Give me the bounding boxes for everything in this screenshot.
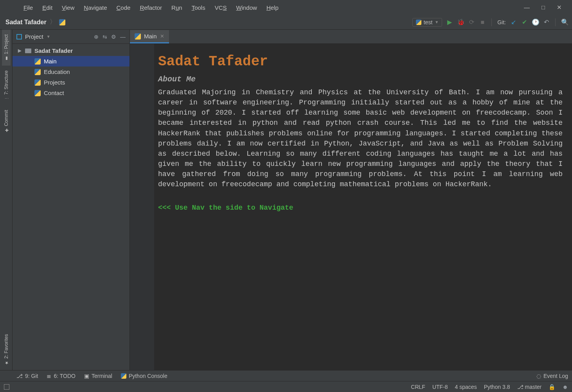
project-view-icon (16, 34, 22, 40)
chevron-down-icon: ▼ (435, 20, 439, 24)
menu-help[interactable]: Help (262, 3, 283, 13)
tool-event-log[interactable]: ◌Event Log (536, 373, 568, 379)
status-indent[interactable]: 4 spaces (455, 384, 477, 390)
separator (491, 18, 492, 26)
navigation-bar: Sadat Tafader 〉 test ▼ ▶ 🐞 ⟳ ■ Git: ↙ ✔ … (0, 15, 572, 30)
python-icon (416, 20, 421, 25)
tree-item-projects[interactable]: Projects (13, 77, 130, 88)
tool-project[interactable]: ▮1: Project (2, 30, 11, 66)
tree-item-main[interactable]: Main (13, 56, 130, 67)
project-pane-title[interactable]: Project (25, 33, 43, 40)
menu-code[interactable]: Code (112, 3, 135, 13)
tree-root-label: Sadat Tafader (34, 47, 73, 54)
folder-icon (25, 49, 31, 53)
editor-gutter (130, 44, 154, 370)
branch-icon: ⎇ (517, 384, 523, 390)
menu-refactor[interactable]: Refactor (135, 3, 167, 13)
window-minimize[interactable]: — (524, 4, 530, 11)
doc-subtitle: About Me (158, 74, 563, 85)
menu-tools[interactable]: Tools (187, 3, 210, 13)
doc-body: Graduated Majoring in Chemistry and Phys… (158, 87, 563, 189)
tool-structure[interactable]: ⋮7: Structure (2, 66, 11, 105)
tree-item-label: Projects (44, 79, 65, 86)
menu-window[interactable]: Window (232, 3, 262, 13)
run-config-name: test (424, 19, 433, 25)
tool-todo[interactable]: ≣6: TODO (47, 373, 76, 379)
hide-icon[interactable]: — (120, 34, 126, 40)
lock-icon[interactable]: 🔒 (549, 384, 555, 390)
rollback-button[interactable]: ↶ (543, 18, 550, 26)
menu-view[interactable]: View (57, 3, 79, 13)
coverage-button[interactable]: ⟳ (468, 18, 475, 26)
locate-icon[interactable]: ⊕ (94, 34, 99, 40)
menu-vcs[interactable]: VCS (210, 3, 232, 13)
status-bar: CRLF UTF-8 4 spaces Python 3.8 ⎇ master … (0, 381, 572, 392)
git-commit-button[interactable]: ✔ (521, 18, 528, 26)
history-button[interactable]: 🕑 (532, 18, 539, 26)
menu-file[interactable]: File (19, 3, 38, 13)
python-file-icon (34, 79, 41, 86)
tool-git[interactable]: ⎇9: Git (16, 373, 38, 379)
run-config-selector[interactable]: test ▼ (412, 18, 442, 27)
project-pane-header: Project ▼ ⊕ ⇆ ⚙ — (13, 30, 130, 44)
menu-bar: File Edit View Navigate Code Refactor Ru… (0, 0, 572, 15)
window-close[interactable]: ✕ (557, 4, 562, 11)
doc-title: Sadat Tafader (158, 52, 563, 72)
breadcrumb-project[interactable]: Sadat Tafader (4, 19, 48, 26)
menu-edit[interactable]: Edit (38, 3, 57, 13)
tool-python-console[interactable]: Python Console (121, 373, 167, 379)
bottom-tool-stripe: ⎇9: Git ≣6: TODO ▣Terminal Python Consol… (0, 370, 572, 381)
tree-root[interactable]: ▶ Sadat Tafader (13, 45, 130, 56)
close-tab-icon[interactable]: ✕ (160, 33, 164, 39)
search-everywhere-button[interactable]: 🔍 (561, 18, 568, 26)
git-pull-button[interactable]: ↙ (510, 18, 517, 26)
editor-tab-main[interactable]: Main ✕ (130, 30, 169, 43)
editor-area: Main ✕ Sadat Tafader About Me Graduated … (130, 30, 572, 370)
git-label: Git: (497, 19, 506, 25)
editor-tab-label: Main (144, 33, 157, 40)
project-tool-window: Project ▼ ⊕ ⇆ ⚙ — ▶ Sadat Tafader Main E… (13, 30, 130, 370)
tool-terminal[interactable]: ▣Terminal (84, 373, 112, 379)
expand-arrow-icon[interactable]: ▶ (18, 48, 22, 53)
status-eol[interactable]: CRLF (411, 384, 425, 390)
doc-nav-hint: <<< Use Nav the side to Navigate (158, 203, 563, 213)
tool-favorites[interactable]: ★2: Favorites (2, 329, 11, 370)
tree-item-label: Education (44, 68, 70, 75)
branch-icon: ⎇ (16, 373, 23, 379)
tree-item-contact[interactable]: Contact (13, 88, 130, 98)
separator (555, 18, 556, 26)
tree-item-education[interactable]: Education (13, 67, 130, 77)
tool-commit[interactable]: ✚Commit (2, 105, 11, 137)
debug-button[interactable]: 🐞 (457, 18, 464, 26)
chevron-down-icon[interactable]: ▼ (47, 34, 50, 39)
python-icon (59, 19, 65, 25)
window-maximize[interactable]: □ (541, 4, 545, 11)
collapse-icon[interactable]: ⇆ (103, 34, 107, 40)
python-file-icon (34, 58, 41, 65)
tree-item-label: Main (44, 58, 57, 65)
menu-run[interactable]: Run (167, 3, 187, 13)
ide-feedback-icon[interactable]: ☻ (562, 384, 568, 390)
status-branch[interactable]: ⎇ master (517, 384, 542, 390)
editor-tab-bar: Main ✕ (130, 30, 572, 44)
status-encoding[interactable]: UTF-8 (432, 384, 448, 390)
python-file-icon (34, 90, 41, 96)
python-icon (121, 373, 126, 379)
stop-button[interactable]: ■ (479, 19, 486, 26)
event-log-icon: ◌ (536, 373, 541, 379)
tree-item-label: Contact (44, 90, 64, 96)
menu-navigate[interactable]: Navigate (79, 3, 112, 13)
left-tool-stripe: ▮1: Project ⋮7: Structure ✚Commit ★2: Fa… (0, 30, 13, 370)
breadcrumb-separator: 〉 (48, 18, 58, 26)
project-tree: ▶ Sadat Tafader Main Education Projects … (13, 44, 130, 100)
python-file-icon (135, 33, 141, 40)
python-file-icon (34, 69, 41, 75)
editor-content[interactable]: Sadat Tafader About Me Graduated Majorin… (130, 44, 572, 370)
status-interpreter[interactable]: Python 3.8 (484, 384, 510, 390)
gear-icon[interactable]: ⚙ (111, 34, 116, 40)
terminal-icon: ▣ (84, 373, 89, 379)
tool-windows-toggle[interactable] (4, 384, 9, 390)
list-icon: ≣ (47, 373, 51, 379)
run-button[interactable]: ▶ (446, 18, 453, 26)
